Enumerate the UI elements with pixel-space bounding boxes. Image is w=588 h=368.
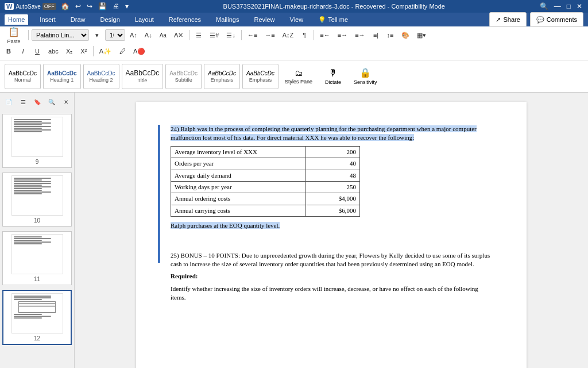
clear-format-btn[interactable]: A✕: [171, 30, 186, 41]
decrease-indent-btn[interactable]: ←≡: [245, 30, 260, 40]
numbered-list-btn[interactable]: ☰#: [207, 30, 222, 41]
border-btn[interactable]: ▦▾: [414, 30, 429, 41]
redo-btn[interactable]: ↪: [86, 2, 94, 10]
table-cell-label: Orders per year: [171, 158, 306, 170]
close-btn[interactable]: ✕: [575, 2, 583, 10]
subscript-btn[interactable]: X₂: [63, 46, 76, 57]
print-btn[interactable]: 🖨: [111, 2, 121, 10]
sep3: [241, 30, 242, 40]
style-title[interactable]: AaBbCcDc Title: [122, 64, 164, 89]
style-emphasis2[interactable]: AaBbCcDc Emphasis: [242, 64, 278, 89]
show-para-btn[interactable]: ¶: [298, 30, 311, 40]
sidebar-list-btn[interactable]: ☰: [17, 97, 29, 107]
share-icon: ↗: [496, 16, 501, 24]
increase-indent-btn[interactable]: →≡: [262, 30, 277, 40]
paste-btn[interactable]: 📋 Paste: [2, 24, 25, 47]
shading-btn[interactable]: 🎨: [399, 30, 412, 41]
align-right-btn[interactable]: ≡→: [352, 30, 368, 40]
multilevel-list-btn[interactable]: ☰↓: [223, 30, 238, 41]
style-heading1[interactable]: AaBbCcDc Heading 1: [43, 64, 81, 89]
page-thumb-9[interactable]: 9: [2, 114, 72, 168]
sidebar-search-btn[interactable]: 🔍: [45, 97, 58, 107]
tab-draw[interactable]: Draw: [67, 14, 89, 25]
dictate-icon: 🎙: [328, 68, 338, 78]
comments-btn[interactable]: 💬 Comments: [530, 12, 583, 27]
sidebar-results-btn[interactable]: 🔖: [31, 97, 44, 107]
style-normal[interactable]: AaBbCcDc Normal: [5, 64, 41, 89]
tab-view[interactable]: View: [287, 14, 307, 25]
font-size-select[interactable]: 10: [105, 29, 125, 41]
page-num-9: 9: [5, 159, 69, 165]
tab-mailings[interactable]: Mailings: [212, 14, 242, 25]
page-num-12: 12: [6, 335, 68, 342]
text-effects-btn[interactable]: A✨: [96, 46, 114, 57]
thumb-content-9: [11, 117, 63, 157]
bold-btn[interactable]: B: [2, 46, 15, 56]
minimize-btn[interactable]: —: [553, 2, 562, 10]
table-cell-label: Average daily demand: [171, 170, 306, 181]
align-center-btn[interactable]: ≡↔: [335, 30, 350, 40]
tab-insert[interactable]: Insert: [36, 14, 59, 25]
style-subtitle[interactable]: AaBbCcDc Subtitle: [165, 64, 202, 89]
line-spacing-btn[interactable]: ↕≡: [384, 30, 397, 40]
title-left: W AutoSave OFF 🏠 ↩ ↪ 💾 🖨 ▾: [5, 2, 130, 10]
table-cell-value: 40: [306, 158, 360, 170]
title-bar: W AutoSave OFF 🏠 ↩ ↪ 💾 🖨 ▾ BUS373S2021FI…: [0, 0, 588, 13]
tab-review[interactable]: Review: [250, 14, 278, 25]
table-cell-value: $6,000: [306, 205, 360, 216]
styles-pane-btn[interactable]: 🗂 Styles Pane: [281, 64, 316, 89]
thumb-content-12: [11, 293, 63, 334]
home-qa-icon[interactable]: 🏠: [60, 2, 71, 10]
undo-btn[interactable]: ↩: [74, 2, 82, 10]
font-family-select[interactable]: Palatino Lin...: [32, 29, 89, 41]
sidebar-close-btn[interactable]: ✕: [60, 97, 72, 107]
table-cell-label: Annual ordering costs: [171, 193, 306, 205]
font-size-down-btn[interactable]: A↓: [142, 30, 155, 40]
page-thumb-11[interactable]: 11: [2, 231, 72, 285]
italic-btn[interactable]: I: [17, 46, 29, 56]
tab-tell-me[interactable]: 💡Tell me: [315, 14, 351, 25]
sep1: [28, 30, 29, 40]
table-row: Annual carrying costs $6,000: [171, 205, 360, 216]
sort-btn[interactable]: A↕Z: [280, 30, 297, 40]
bullets-btn[interactable]: ☰: [192, 30, 205, 41]
font-family-dropdown-btn[interactable]: ▾: [91, 30, 103, 41]
thumb-content-10: [11, 175, 63, 216]
table-cell-value: 48: [306, 170, 360, 181]
tab-layout[interactable]: Layout: [131, 14, 157, 25]
strikethrough-btn[interactable]: abc: [45, 46, 61, 56]
search-icon[interactable]: 🔍: [539, 2, 550, 10]
styles-pane-icon: 🗂: [295, 68, 303, 78]
change-case-btn[interactable]: Aa: [157, 30, 169, 40]
qa-dropdown-btn[interactable]: ▾: [124, 2, 130, 10]
style-emphasis[interactable]: AaBbCcDc Emphasis: [204, 64, 240, 89]
autosave-label: AutoSave: [16, 3, 40, 10]
justify-btn[interactable]: ≡|: [370, 30, 382, 40]
text-highlight-btn[interactable]: 🖊: [116, 46, 129, 56]
page-num-11: 11: [5, 276, 69, 282]
tab-design[interactable]: Design: [97, 14, 123, 25]
q24-table: Average inventory level of XXX 200 Order…: [171, 146, 360, 217]
share-btn[interactable]: ↗ Share: [489, 12, 526, 27]
maximize-btn[interactable]: □: [566, 2, 572, 10]
q24-note-text: Ralph purchases at the EOQ quantity leve…: [171, 222, 280, 229]
dictate-btn[interactable]: 🎙 Dictate: [319, 64, 347, 89]
document-area[interactable]: 24) Ralph was in the process of completi…: [75, 93, 588, 368]
title-right-controls: 🔍 — □ ✕: [539, 2, 583, 10]
table-cell-label: Annual carrying costs: [171, 205, 306, 216]
superscript-btn[interactable]: X²: [78, 46, 90, 56]
table-row: Average daily demand 48: [171, 170, 360, 181]
font-color-btn[interactable]: A🔴: [130, 46, 148, 57]
document-title: BUS373S2021FINAL-makeup-richards-3.doc -…: [130, 3, 539, 10]
style-heading2[interactable]: AaBbCcDc Heading 2: [83, 64, 119, 89]
save-btn[interactable]: 💾: [97, 2, 108, 10]
tab-references[interactable]: References: [165, 14, 204, 25]
align-left-btn[interactable]: ≡←: [317, 30, 332, 40]
page-thumb-10[interactable]: 10: [2, 172, 72, 227]
page-thumb-12[interactable]: 12: [2, 290, 72, 345]
sensitivity-btn[interactable]: 🔒 Sensitivity: [350, 64, 381, 89]
font-size-up-btn[interactable]: A↑: [127, 30, 140, 40]
sidebar-page-btn[interactable]: 📄: [2, 97, 15, 107]
style-presets-row: AaBbCcDc Normal AaBbCcDc Heading 1 AaBbC…: [0, 60, 588, 93]
underline-btn[interactable]: U: [31, 46, 44, 56]
